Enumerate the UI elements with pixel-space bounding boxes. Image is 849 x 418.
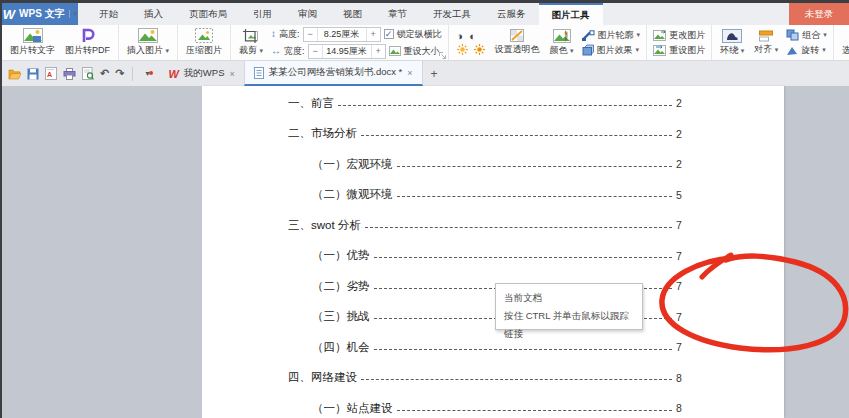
width-plus-button[interactable]: + xyxy=(372,46,385,56)
insert-picture-button[interactable]: 插入图片 ▾ xyxy=(122,27,174,58)
toc-entry[interactable]: （二）微观环境5 xyxy=(312,180,686,211)
picture-icon xyxy=(138,28,158,43)
wps-w-icon: W xyxy=(3,7,15,22)
height-minus-button[interactable]: − xyxy=(304,29,317,39)
toc-entry[interactable]: （一）优势7 xyxy=(312,241,686,272)
menu-tab-云服务[interactable]: 云服务 xyxy=(484,3,539,25)
picture-effects-button[interactable]: 图片效果 ▾ xyxy=(579,44,644,57)
height-plus-button[interactable]: + xyxy=(367,29,380,39)
width-stepper[interactable]: − 14.95厘米 + xyxy=(308,44,386,59)
decrease-brightness-icon[interactable] xyxy=(474,44,485,55)
change-picture-icon xyxy=(653,30,666,41)
tooltip-line2: 按住 CTRL 并单击鼠标以跟踪链接 xyxy=(504,307,634,343)
height-label: 高度: xyxy=(279,28,300,41)
pic-to-text-button[interactable]: 图片转文字 xyxy=(5,27,60,58)
toc-entry[interactable]: （一）宏观环境2 xyxy=(312,149,686,180)
toc-entry[interactable]: （一）站点建设8 xyxy=(312,393,686,418)
color-button[interactable]: 颜色 ▾ xyxy=(545,28,579,58)
wrap-text-button[interactable]: 环绕 ▾ xyxy=(715,28,749,58)
close-icon[interactable]: × xyxy=(407,68,412,78)
compress-picture-icon xyxy=(195,28,213,43)
toc-entry[interactable]: 三、swot 分析7 xyxy=(288,210,686,241)
toc-title: 二、市场分析 xyxy=(288,126,357,141)
wps-logo-button[interactable]: W WPS 文字 ▾ xyxy=(2,3,78,25)
open-file-icon[interactable] xyxy=(8,68,21,80)
toc-title: （三）挑战 xyxy=(312,309,370,324)
toc-page-number: 7 xyxy=(676,219,686,231)
new-tab-button[interactable]: + xyxy=(423,61,446,86)
align-button[interactable]: 对齐 ▾ xyxy=(749,29,783,57)
tooltip-line1: 当前文档 xyxy=(504,289,634,307)
svg-text:A: A xyxy=(47,71,52,78)
tab-document[interactable]: 某某公司网络营销策划书.docx * × xyxy=(244,61,423,86)
crop-button[interactable]: 裁剪 ▾ xyxy=(234,28,268,58)
set-transparent-color-button[interactable]: 设置透明色 xyxy=(490,28,545,57)
height-value[interactable]: 8.25厘米 xyxy=(317,28,367,41)
toc-leader xyxy=(338,105,672,106)
selection-pane-group: 选择窗格 xyxy=(834,25,849,60)
increase-contrast-icon[interactable]: ◑ xyxy=(457,31,464,42)
toc-page-number: 7 xyxy=(676,280,686,292)
width-minus-button[interactable]: − xyxy=(309,46,322,56)
change-picture-button[interactable]: 更改图片 xyxy=(650,29,708,42)
toc-entry[interactable]: 二、市场分析2 xyxy=(288,119,686,150)
toc-entry[interactable]: 一、前言2 xyxy=(288,88,686,119)
toc-page-number: 7 xyxy=(676,311,686,323)
chevron-down-icon: ▾ xyxy=(260,47,264,54)
redo-icon[interactable]: ↷ xyxy=(115,68,124,79)
close-icon[interactable]: × xyxy=(229,69,234,79)
login-button[interactable]: 未登录 xyxy=(789,3,849,25)
selection-pane-button[interactable]: 选择窗格 xyxy=(837,28,849,58)
menu-tab-图片工具[interactable]: 图片工具 xyxy=(539,3,603,25)
height-stepper[interactable]: − 8.25厘米 + xyxy=(303,27,381,42)
picture-outline-button[interactable]: 图片轮廓 ▾ xyxy=(579,29,644,42)
width-value[interactable]: 14.95厘米 xyxy=(322,45,372,58)
toc-entry[interactable]: 四、网络建设8 xyxy=(288,363,686,394)
selection-pane-label: 选择窗格 xyxy=(842,44,849,57)
convert-group: 图片转文字 图片转PDF xyxy=(2,25,119,60)
reset-size-button[interactable]: 重设大小 xyxy=(404,45,440,58)
color-icon xyxy=(553,29,571,43)
print-icon[interactable] xyxy=(63,68,76,80)
document-canvas[interactable]: 一、前言2二、市场分析2（一）宏观环境2（二）微观环境5三、swot 分析7（一… xyxy=(2,86,849,418)
toc-leader xyxy=(361,135,672,136)
toolbar-more-icon[interactable]: ▾ xyxy=(141,69,153,78)
wps-logo-label: WPS 文字 xyxy=(19,7,65,21)
menu-tab-开发工具[interactable]: 开发工具 xyxy=(420,3,484,25)
rotate-button[interactable]: 旋转 ▾ xyxy=(783,44,830,57)
menu-tab-页面布局[interactable]: 页面布局 xyxy=(176,3,240,25)
menu-tab-章节[interactable]: 章节 xyxy=(375,3,420,25)
menu-tab-插入[interactable]: 插入 xyxy=(131,3,176,25)
menu-tab-视图[interactable]: 视图 xyxy=(330,3,375,25)
menu-tab-引用[interactable]: 引用 xyxy=(240,3,285,25)
increase-brightness-icon[interactable] xyxy=(457,44,468,55)
crop-label: 裁剪 xyxy=(239,45,257,55)
chevron-down-icon: ▾ xyxy=(166,47,170,54)
save-icon[interactable] xyxy=(27,68,39,80)
width-icon: ↔ xyxy=(271,46,281,56)
menu-tab-审阅[interactable]: 审阅 xyxy=(285,3,330,25)
toc-page-number: 7 xyxy=(676,341,686,353)
menu-tab-开始[interactable]: 开始 xyxy=(86,3,131,25)
toc-title: （四）机会 xyxy=(312,340,370,355)
group-button[interactable]: 组合 ▾ xyxy=(783,29,830,42)
dialog-launcher-icon[interactable] xyxy=(439,52,446,59)
width-label: 宽度: xyxy=(284,45,305,58)
tab-my-wps[interactable]: W 我的WPS × xyxy=(159,61,243,86)
export-pdf-icon[interactable]: A xyxy=(45,67,57,80)
align-label: 对齐 xyxy=(754,44,772,54)
picture-text-icon xyxy=(23,28,43,43)
compress-picture-button[interactable]: 压缩图片 xyxy=(181,27,227,58)
undo-icon[interactable]: ↶ xyxy=(100,68,109,79)
size-group: 裁剪 ▾ ↕ 高度: − 8.25厘米 + ✓ 锁定纵横比 ↔ 宽度: − 14… xyxy=(231,25,449,60)
print-preview-icon[interactable] xyxy=(82,67,94,80)
lock-aspect-checkbox[interactable]: ✓ xyxy=(384,29,394,39)
reset-picture-icon xyxy=(653,45,666,56)
pic-to-pdf-button[interactable]: 图片转PDF xyxy=(60,27,115,58)
adjust-group: ◑ ◐ 设置透明色 颜色 ▾ 图片轮廓 ▾ 图片效果 xyxy=(449,25,648,60)
reset-picture-button[interactable]: 重设图片 xyxy=(650,44,708,57)
decrease-contrast-icon[interactable]: ◐ xyxy=(469,31,476,42)
compress-picture-group: 压缩图片 xyxy=(178,25,231,60)
height-icon: ↕ xyxy=(271,29,276,39)
document-page[interactable]: 一、前言2二、市场分析2（一）宏观环境2（二）微观环境5三、swot 分析7（一… xyxy=(202,86,784,418)
